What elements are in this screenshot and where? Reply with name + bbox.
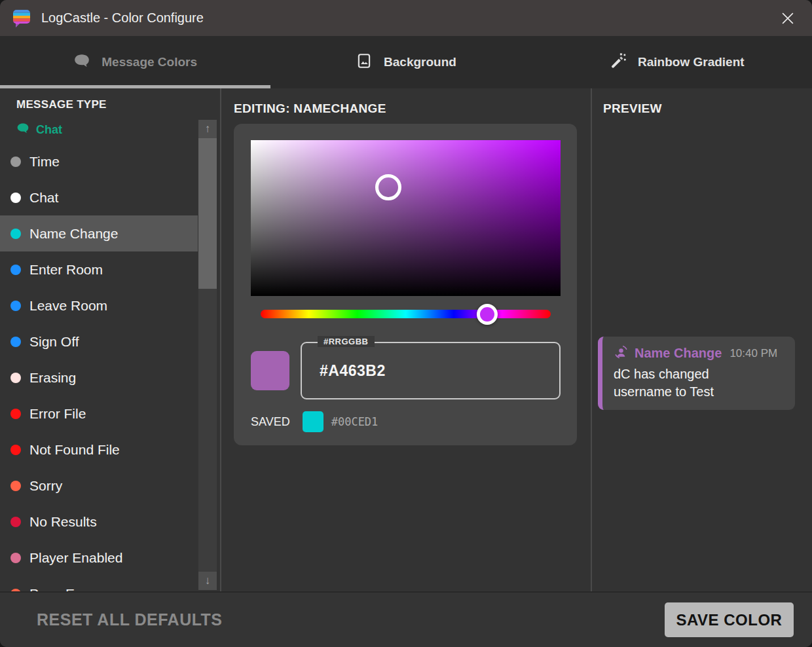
hex-input-row: #RRGGBB #A463B2 bbox=[251, 342, 561, 399]
hue-slider[interactable] bbox=[261, 310, 551, 318]
close-icon[interactable] bbox=[778, 9, 798, 28]
tab-label: Rainbow Gradient bbox=[638, 55, 745, 69]
message-type-label: Chat bbox=[29, 190, 58, 206]
message-type-item[interactable]: Leave Room bbox=[0, 287, 198, 324]
tab-background[interactable]: Background bbox=[270, 36, 541, 88]
color-configure-window: LogCastle - Color Configure Message Colo… bbox=[0, 0, 812, 647]
preview-card-timestamp: 10:40 PM bbox=[729, 347, 777, 360]
active-category-label: Chat bbox=[36, 123, 62, 137]
saved-color-swatch bbox=[303, 411, 323, 432]
preview-heading: PREVIEW bbox=[603, 102, 812, 116]
scrollbar-thumb[interactable] bbox=[198, 138, 217, 289]
logcastle-logo-icon bbox=[12, 9, 31, 28]
footer-bar: RESET ALL DEFAULTS SAVE COLOR bbox=[0, 591, 812, 647]
message-type-item[interactable]: Not Found File bbox=[0, 432, 198, 468]
hex-input[interactable]: #RRGGBB #A463B2 bbox=[301, 342, 561, 399]
message-type-color-dot bbox=[10, 157, 21, 167]
message-type-label: Page Error bbox=[29, 586, 96, 592]
message-type-label: Name Change bbox=[29, 226, 118, 242]
magic-wand-icon bbox=[609, 52, 627, 73]
message-type-label: Erasing bbox=[29, 370, 76, 386]
message-type-color-dot bbox=[10, 193, 21, 203]
message-type-item[interactable]: Player Enabled bbox=[0, 540, 198, 576]
message-type-label: Leave Room bbox=[29, 298, 107, 314]
message-type-label: Enter Room bbox=[29, 262, 103, 278]
message-type-color-dot bbox=[10, 553, 21, 563]
message-type-label: Sign Off bbox=[29, 334, 79, 350]
name-change-icon bbox=[614, 344, 629, 362]
tab-bar: Message Colors Background bbox=[0, 36, 812, 88]
tab-message-colors[interactable]: Message Colors bbox=[0, 36, 270, 88]
saved-color-row: SAVED #00CED1 bbox=[251, 411, 561, 432]
hex-input-label: #RRGGBB bbox=[318, 336, 375, 347]
message-type-color-dot bbox=[10, 265, 21, 275]
message-type-sidebar: MESSAGE TYPE Chat Time Chat Name Change … bbox=[0, 88, 220, 591]
message-type-label: No Results bbox=[29, 514, 97, 530]
sidebar-header: MESSAGE TYPE bbox=[16, 98, 220, 111]
message-type-item[interactable]: Sign Off bbox=[0, 324, 198, 360]
message-type-item[interactable]: Time bbox=[0, 143, 198, 179]
editor-column: EDITING: NAMECHANGE #RRGGBB #A463B2 S bbox=[221, 88, 591, 591]
message-type-color-dot bbox=[10, 337, 21, 347]
message-type-item[interactable]: Enter Room bbox=[0, 251, 198, 287]
saturation-value-area[interactable] bbox=[251, 140, 561, 296]
scroll-up-icon[interactable]: ↑ bbox=[198, 120, 217, 138]
title-bar: LogCastle - Color Configure bbox=[0, 0, 812, 36]
message-type-color-dot bbox=[10, 589, 21, 592]
message-type-color-dot bbox=[10, 445, 21, 455]
message-type-item[interactable]: Chat bbox=[0, 179, 198, 215]
active-message-category[interactable]: Chat bbox=[16, 120, 220, 139]
preview-card-body: dC has changed username to Test bbox=[614, 365, 738, 401]
content-area: MESSAGE TYPE Chat Time Chat Name Change … bbox=[0, 88, 812, 591]
message-type-color-dot bbox=[10, 481, 21, 491]
tab-rainbow-gradient[interactable]: Rainbow Gradient bbox=[542, 36, 812, 88]
message-type-color-dot bbox=[10, 409, 21, 419]
message-type-label: Not Found File bbox=[29, 442, 120, 458]
message-type-label: Time bbox=[29, 154, 60, 170]
hue-slider-handle[interactable] bbox=[477, 304, 498, 325]
message-type-item[interactable]: Sorry bbox=[0, 468, 198, 504]
scroll-down-icon[interactable]: ↓ bbox=[198, 572, 217, 590]
message-type-color-dot bbox=[10, 517, 21, 527]
editing-heading: EDITING: NAMECHANGE bbox=[234, 102, 591, 116]
sidebar-scrollbar[interactable]: ↑ ↓ bbox=[198, 120, 217, 590]
tab-label: Message Colors bbox=[101, 55, 197, 69]
window-title: LogCastle - Color Configure bbox=[41, 10, 204, 26]
saved-label: SAVED bbox=[251, 415, 290, 429]
reset-all-defaults-button[interactable]: RESET ALL DEFAULTS bbox=[33, 610, 227, 630]
message-type-item[interactable]: Erasing bbox=[0, 360, 198, 396]
message-type-color-dot bbox=[10, 229, 21, 239]
message-type-color-dot bbox=[10, 373, 21, 383]
message-type-color-dot bbox=[10, 301, 21, 311]
message-type-item[interactable]: Name Change bbox=[0, 215, 198, 251]
preview-column: PREVIEW Name Change 10:40 PM dC has ch bbox=[592, 88, 812, 591]
speech-bubble-icon bbox=[73, 52, 90, 73]
tab-label: Background bbox=[384, 55, 456, 69]
preview-card-header: Name Change 10:40 PM bbox=[614, 344, 786, 362]
message-type-label: Player Enabled bbox=[29, 550, 122, 566]
chat-bubble-icon bbox=[16, 122, 29, 138]
preview-message-card: Name Change 10:40 PM dC has changed user… bbox=[598, 337, 795, 410]
message-type-label: Sorry bbox=[29, 478, 62, 494]
image-icon bbox=[356, 52, 373, 73]
message-type-item[interactable]: No Results bbox=[0, 504, 198, 540]
message-type-item[interactable]: Page Error bbox=[0, 576, 198, 591]
message-type-list: Time Chat Name Change Enter Room Leave R… bbox=[0, 143, 220, 591]
saturation-handle[interactable] bbox=[375, 174, 401, 200]
message-type-label: Error File bbox=[29, 406, 86, 422]
color-picker-panel: #RRGGBB #A463B2 SAVED #00CED1 bbox=[234, 124, 577, 445]
save-color-button[interactable]: SAVE COLOR bbox=[665, 602, 794, 637]
saved-color-value: #00CED1 bbox=[331, 415, 378, 428]
message-type-item[interactable]: Error File bbox=[0, 396, 198, 432]
preview-card-title: Name Change bbox=[635, 346, 722, 361]
hex-input-value: #A463B2 bbox=[302, 362, 386, 380]
current-color-swatch bbox=[251, 351, 289, 390]
